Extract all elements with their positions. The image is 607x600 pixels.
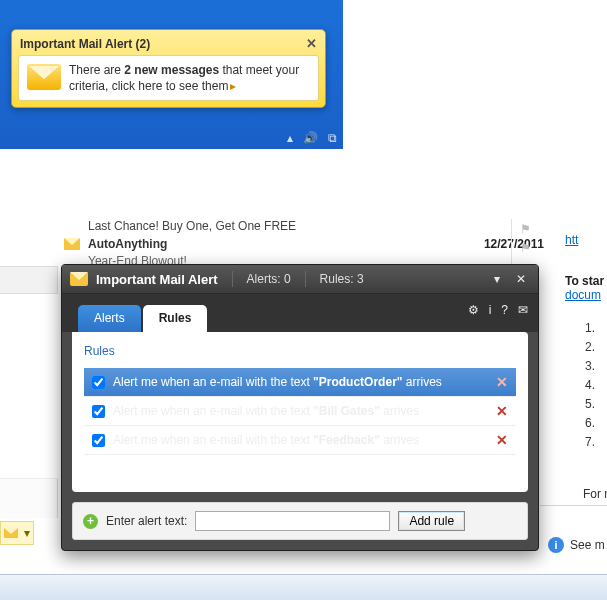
list-item: 7. [585, 433, 595, 452]
toast-title: Important Mail Alert (2) [20, 37, 150, 51]
toast-text: criteria, click here to see them [69, 79, 228, 93]
rule-text-part: Alert me when an e-mail with the text [113, 375, 313, 389]
flag-icon[interactable]: ⚑ [520, 241, 531, 255]
mail-icon[interactable]: ✉ [518, 303, 528, 317]
delete-rule-icon[interactable]: ✕ [496, 403, 508, 419]
help-heading: To star [565, 274, 604, 288]
help-link[interactable]: docum [565, 288, 601, 302]
rule-text: Alert me when an e-mail with the text "B… [113, 404, 419, 418]
dialog-title: Important Mail Alert [96, 272, 218, 287]
list-item: 5. [585, 395, 595, 414]
envelope-icon [27, 64, 61, 90]
rule-keyword: "ProductOrder" [313, 375, 402, 389]
rule-row[interactable]: Alert me when an e-mail with the text "P… [84, 368, 516, 397]
taskbar-background: Important Mail Alert (2) ✕ There are 2 n… [0, 0, 343, 149]
info-icon[interactable]: i [489, 303, 492, 317]
toast-count: 2 new messages [124, 63, 219, 77]
delete-rule-icon[interactable]: ✕ [496, 374, 508, 390]
info-text[interactable]: See m [570, 538, 605, 552]
list-item: 6. [585, 414, 595, 433]
rule-text-part: Alert me when an e-mail with the text [113, 404, 313, 418]
dropdown-icon[interactable]: ▾ [24, 526, 30, 540]
rule-text-part: arrives [402, 375, 441, 389]
toast-message: There are 2 new messages that meet your … [69, 62, 299, 94]
help-fragment: For mo [583, 487, 607, 501]
info-row: i See m [548, 537, 605, 553]
rule-keyword: "Bill Gates" [313, 404, 380, 418]
plus-icon: + [83, 514, 98, 529]
toast-body[interactable]: There are 2 new messages that meet your … [18, 55, 319, 101]
gear-icon[interactable]: ⚙ [468, 303, 479, 317]
rule-checkbox[interactable] [92, 376, 105, 389]
list-item: 4. [585, 376, 595, 395]
tray-up-icon[interactable]: ▴ [287, 131, 293, 145]
rule-checkbox[interactable] [92, 434, 105, 447]
help-fragment: To star docum [565, 274, 607, 302]
help-icon[interactable]: ? [501, 303, 508, 317]
rule-text: Alert me when an e-mail with the text "F… [113, 433, 419, 447]
alert-text-input[interactable] [195, 511, 390, 531]
message-sender: AutoAnything [88, 237, 167, 251]
tab-alerts[interactable]: Alerts [78, 305, 141, 332]
list-item: 3. [585, 357, 595, 376]
toast-text: There are [69, 63, 124, 77]
envelope-icon [4, 528, 18, 538]
rule-text-part: arrives [380, 433, 419, 447]
dialog-titlebar[interactable]: Important Mail Alert Alerts: 0 Rules: 3 … [62, 265, 538, 294]
sidebar-fragment [0, 266, 58, 294]
close-button[interactable]: ✕ [512, 272, 530, 286]
toolbar-icons: ⚙ i ? ✉ [468, 303, 528, 317]
chevron-right-icon: ▸ [230, 79, 236, 93]
rule-keyword: "Feedback" [313, 433, 380, 447]
rule-text: Alert me when an e-mail with the text "P… [113, 375, 442, 389]
add-rule-label: Enter alert text: [106, 514, 187, 528]
list-item: 1. [585, 319, 595, 338]
system-tray: ▴ 🔊 ⧉ [287, 131, 337, 145]
tab-rules[interactable]: Rules [143, 305, 208, 332]
add-rule-button[interactable]: Add rule [398, 511, 465, 531]
close-icon[interactable]: ✕ [306, 36, 317, 51]
message-row[interactable]: AutoAnything 12/27/2011 [64, 237, 544, 251]
add-rule-bar: + Enter alert text: Add rule [72, 502, 528, 540]
flag-column: ⚑ ⚑ [511, 219, 539, 267]
rule-row[interactable]: Alert me when an e-mail with the text "B… [84, 397, 516, 426]
envelope-icon [64, 238, 80, 250]
rules-panel: Rules Alert me when an e-mail with the t… [72, 332, 528, 492]
flag-icon[interactable]: ⚑ [520, 222, 531, 236]
rule-text-part: arrives [380, 404, 419, 418]
mail-alert-toast[interactable]: Important Mail Alert (2) ✕ There are 2 n… [11, 29, 326, 108]
tray-volume-icon[interactable]: 🔊 [303, 131, 318, 145]
rules-count: Rules: 3 [320, 272, 364, 286]
section-heading: Rules [84, 344, 516, 358]
numbered-list: 1. 2. 3. 4. 5. 6. 7. [585, 319, 595, 452]
envelope-icon [70, 272, 88, 286]
sidebar-fragment [0, 478, 58, 518]
message-subject[interactable]: Last Chance! Buy One, Get One FREE [88, 219, 296, 233]
tray-mail-button[interactable]: ▾ [0, 521, 34, 545]
alerts-count: Alerts: 0 [247, 272, 291, 286]
minimize-button[interactable]: ▾ [490, 272, 504, 286]
tab-bar: Alerts Rules ⚙ i ? ✉ [62, 294, 538, 332]
toast-header: Important Mail Alert (2) ✕ [18, 34, 319, 55]
divider [540, 505, 607, 506]
delete-rule-icon[interactable]: ✕ [496, 432, 508, 448]
status-bar [0, 574, 607, 600]
rule-checkbox[interactable] [92, 405, 105, 418]
tray-action-icon[interactable]: ⧉ [328, 131, 337, 145]
info-icon: i [548, 537, 564, 553]
list-item: 2. [585, 338, 595, 357]
link-fragment[interactable]: htt [565, 233, 578, 247]
rule-text-part: Alert me when an e-mail with the text [113, 433, 313, 447]
important-mail-alert-dialog: Important Mail Alert Alerts: 0 Rules: 3 … [61, 264, 539, 551]
toast-text: that meet your [219, 63, 299, 77]
divider [232, 271, 233, 287]
divider [305, 271, 306, 287]
rule-row[interactable]: Alert me when an e-mail with the text "F… [84, 426, 516, 455]
